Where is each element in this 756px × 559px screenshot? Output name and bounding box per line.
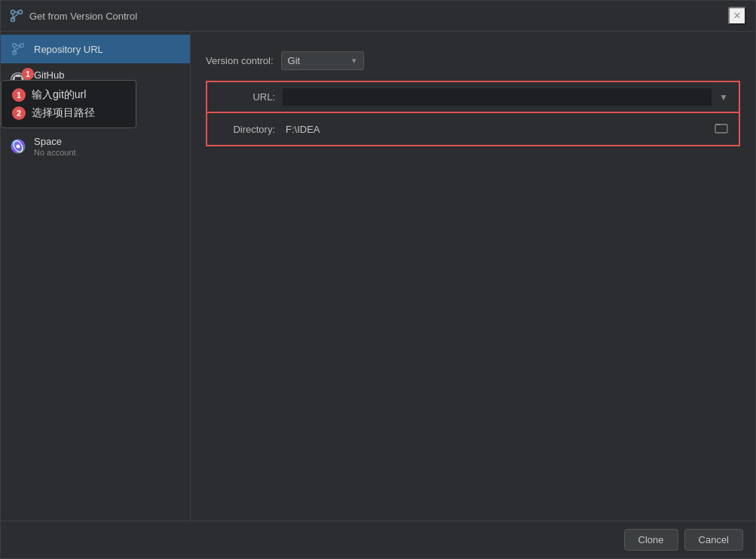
svg-point-10 (17, 145, 20, 149)
directory-browse-button[interactable] (712, 119, 731, 139)
sidebar-item-content-repo-url: Repository URL (34, 44, 103, 55)
url-row: URL: ▼ (206, 81, 740, 113)
dialog-footer: Clone Cancel (1, 521, 755, 558)
sidebar: Repository URL 1 GitHub No accounts (1, 32, 191, 521)
svg-point-3 (13, 44, 17, 48)
sidebar-item-content-space: Space No account (34, 136, 76, 157)
step-num-2: 2 (12, 106, 26, 120)
tooltip-step-1-text: 输入git的url (32, 88, 86, 102)
get-from-vcs-dialog: Get from Version Control × (0, 0, 756, 559)
cancel-button[interactable]: Cancel (684, 529, 743, 551)
sidebar-item-github[interactable]: 1 GitHub No accounts 1 输入git的url 2 选择项目路… (1, 63, 190, 97)
title-bar: Get from Version Control × (1, 1, 755, 32)
tooltip-step-1: 1 输入git的url (12, 88, 125, 102)
sidebar-item-title-github: GitHub (34, 69, 80, 81)
dialog-title: Get from Version Control (29, 11, 137, 22)
url-label: URL: (215, 91, 275, 103)
tooltip-step-2: 2 选择项目路径 (12, 106, 125, 120)
svg-point-4 (20, 44, 23, 48)
sidebar-item-space[interactable]: Space No account (1, 130, 190, 163)
directory-input-wrapper (283, 119, 731, 139)
sidebar-item-subtitle-space: No account (34, 148, 76, 157)
directory-row: Directory: (206, 113, 740, 146)
version-control-row: Version control: Git Mercurial Subversio… (206, 44, 740, 81)
clone-button[interactable]: Clone (624, 529, 678, 551)
version-control-label: Version control: (206, 55, 274, 66)
close-button[interactable]: × (728, 7, 746, 25)
url-input-wrapper: ▼ (283, 88, 731, 106)
directory-label: Directory: (215, 124, 275, 135)
sidebar-item-title-space: Space (34, 136, 76, 147)
url-input[interactable] (283, 88, 712, 106)
content-area: Version control: Git Mercurial Subversio… (191, 32, 755, 521)
github-badge: 1 (22, 68, 34, 80)
tooltip-step-2-text: 选择项目路径 (32, 106, 95, 120)
sidebar-item-repository-url[interactable]: Repository URL (1, 35, 190, 63)
dialog-body: Repository URL 1 GitHub No accounts (1, 32, 755, 521)
vcs-sidebar-icon (10, 41, 26, 57)
version-control-select-wrapper: Git Mercurial Subversion ▼ (281, 51, 364, 70)
vcs-title-icon (10, 9, 23, 23)
svg-rect-11 (715, 124, 727, 133)
svg-point-0 (11, 11, 15, 14)
version-control-select[interactable]: Git Mercurial Subversion (281, 51, 364, 70)
directory-input[interactable] (283, 121, 707, 138)
tooltip-box: 1 输入git的url 2 选择项目路径 (1, 80, 136, 128)
title-bar-left: Get from Version Control (10, 9, 137, 23)
space-sidebar-icon (10, 138, 26, 155)
step-num-1: 1 (12, 88, 26, 102)
url-dropdown-button[interactable]: ▼ (716, 91, 731, 104)
sidebar-item-title-repo-url: Repository URL (34, 44, 103, 55)
